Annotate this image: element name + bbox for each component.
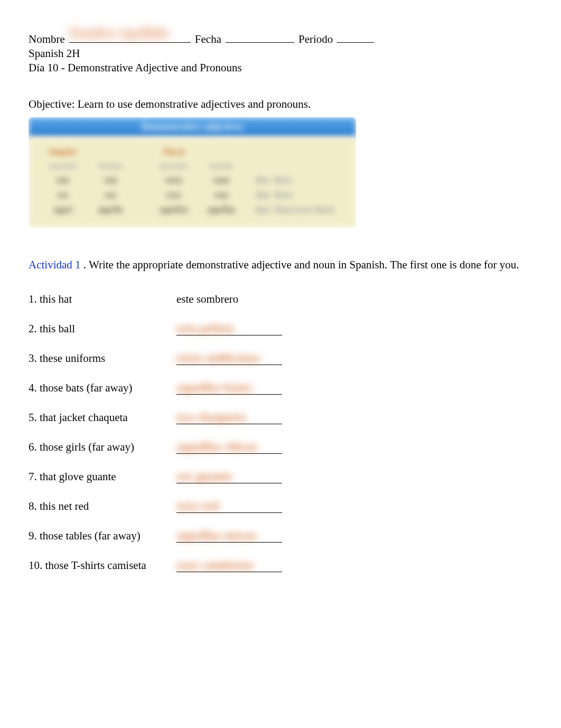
answer-blank[interactable] — [176, 382, 282, 395]
activity-item: 2. this ballesta pelota — [29, 321, 532, 335]
activity-item: 6. those girls (far away)aquellas chicas — [29, 439, 532, 454]
header-line-1: Nombre Fecha Periodo — [29, 32, 532, 46]
periodo-label: Periodo — [298, 33, 333, 46]
chart-row-2: ese esa esos esas that / those — [39, 188, 345, 202]
activity-prompt: 8. this net red — [29, 500, 176, 513]
cell: este — [39, 175, 87, 185]
objective-text: Objective: Learn to use demonstrative ad… — [29, 98, 532, 111]
chart-body: Singular Plural masculine feminine mascu… — [29, 137, 356, 228]
answer-blank[interactable] — [176, 530, 282, 543]
chart-sub-fem-2: feminine — [198, 162, 245, 170]
cell-gloss: this / these — [245, 175, 345, 185]
cell: aquellos — [150, 205, 198, 214]
activity-answer[interactable]: esta red — [176, 501, 367, 513]
activity-answer[interactable]: aquellas mesas — [176, 530, 367, 543]
fecha-label: Fecha — [195, 33, 221, 46]
activity-prompt: 2. this ball — [29, 322, 176, 335]
demonstrative-adjectives-chart: Demonstrative adjectives Singular Plural… — [29, 117, 356, 228]
activity-1: Actividad 1 . Write the appropriate demo… — [29, 257, 532, 272]
activity-answer[interactable]: estos uniformes — [176, 353, 367, 365]
activity-item: 4. those bats (far away)aquellos bates — [29, 380, 532, 395]
activity-prompt: 1. this hat — [29, 293, 176, 306]
answer-text: este sombrero — [176, 293, 367, 306]
activity-item: 10. those T-shirts camisetaesas camiseta… — [29, 557, 532, 572]
activity-list: 1. this hateste sombrero2. this ballesta… — [29, 291, 532, 572]
cell: esta — [87, 175, 134, 185]
cell: ese — [39, 190, 87, 200]
answer-blank[interactable] — [176, 323, 282, 335]
activity-answer: este sombrero — [176, 293, 367, 306]
activity-prompt: 5. that jacket chaqueta — [29, 411, 176, 424]
cell: esa — [87, 190, 134, 200]
activity-item: 3. these uniformsestos uniformes — [29, 350, 532, 365]
activity-prompt: 10. those T-shirts camiseta — [29, 559, 176, 572]
fecha-blank[interactable] — [226, 32, 294, 43]
cell: estas — [198, 175, 245, 185]
answer-blank[interactable] — [176, 412, 282, 424]
activity-item: 5. that jacket chaquetaesa chaqueta — [29, 409, 532, 424]
answer-blank[interactable] — [176, 560, 282, 572]
activity-answer[interactable]: esta pelota — [176, 323, 367, 335]
answer-blank[interactable] — [176, 353, 282, 365]
answer-blank[interactable] — [176, 471, 282, 483]
activity-item: 8. this net redesta red — [29, 498, 532, 513]
chart-sub-fem-1: feminine — [87, 162, 134, 170]
activity-label: Actividad 1 — [29, 258, 81, 271]
cell: esos — [150, 190, 198, 200]
chart-row-3: aquel aquella aquellos aquellas that / t… — [39, 202, 345, 217]
activity-answer[interactable]: ese guante — [176, 471, 367, 483]
cell: aquella — [87, 205, 134, 214]
cell: aquellas — [198, 205, 245, 214]
activity-answer[interactable]: aquellas chicas — [176, 442, 367, 454]
answer-blank[interactable] — [176, 501, 282, 513]
chart-group-row: Singular Plural — [39, 145, 345, 159]
chart-subheader-row: masculine feminine masculine feminine — [39, 159, 345, 173]
nombre-label: Nombre — [29, 33, 65, 46]
chart-group-plural: Plural — [150, 147, 198, 156]
chart-group-singular: Singular — [39, 147, 87, 156]
activity-prompt: 6. those girls (far away) — [29, 441, 176, 454]
cell: esas — [198, 190, 245, 200]
activity-answer[interactable]: esa chaqueta — [176, 412, 367, 424]
cell-gloss: that / those (over there) — [245, 205, 345, 214]
nombre-blank[interactable] — [69, 32, 191, 43]
activity-item: 7. that glove guanteese guante — [29, 469, 532, 483]
lesson-title: Día 10 - Demonstrative Adjective and Pro… — [29, 61, 532, 74]
activity-item: 9. those tables (far away)aquellas mesas — [29, 528, 532, 543]
activity-prompt: 9. those tables (far away) — [29, 529, 176, 543]
chart-title: Demonstrative adjectives — [29, 117, 356, 137]
periodo-blank[interactable] — [337, 32, 374, 43]
chart-sub-masc-2: masculine — [150, 162, 198, 170]
answer-blank[interactable] — [176, 442, 282, 454]
cell: estos — [150, 175, 198, 185]
chart-row-1: este esta estos estas this / these — [39, 173, 345, 188]
activity-instructions: . Write the appropriate demonstrative ad… — [83, 258, 519, 271]
activity-prompt: 3. these uniforms — [29, 352, 176, 365]
activity-answer[interactable]: esas camisetas — [176, 560, 367, 572]
chart-sub-masc-1: masculine — [39, 162, 87, 170]
activity-prompt: 7. that glove guante — [29, 470, 176, 483]
course-name: Spanish 2H — [29, 47, 532, 60]
cell-gloss: that / those — [245, 190, 345, 200]
activity-item: 1. this hateste sombrero — [29, 291, 532, 306]
activity-answer[interactable]: aquellos bates — [176, 382, 367, 395]
cell: aquel — [39, 205, 87, 214]
activity-prompt: 4. those bats (far away) — [29, 381, 176, 395]
